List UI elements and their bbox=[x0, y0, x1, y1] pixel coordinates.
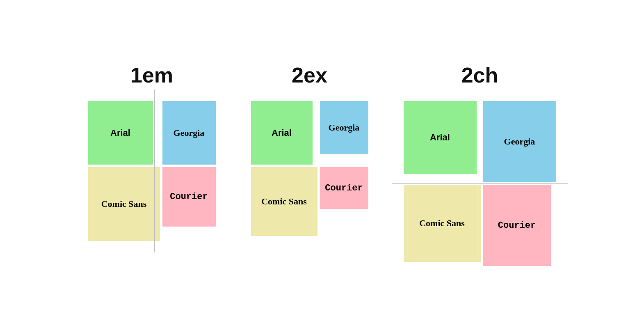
group-2ex-hline bbox=[240, 166, 380, 166]
group-2ex: 2exArialGeorgiaComic SansCourier bbox=[250, 63, 370, 237]
group-2ch-cell-label-2: Comic Sans bbox=[419, 218, 465, 229]
group-2ch-cell-comic-sans: Comic Sans bbox=[404, 185, 481, 262]
group-2ch-cell-georgia: Georgia bbox=[483, 101, 556, 182]
group-2ex-cell-arial: Arial bbox=[251, 101, 313, 165]
group-2ex-vline bbox=[314, 89, 314, 248]
group-2ex-title: 2ex bbox=[292, 63, 327, 87]
group-2ex-cell-label-0: Arial bbox=[272, 128, 292, 138]
group-1em-hline bbox=[77, 166, 227, 166]
group-1em-cell-arial: Arial bbox=[88, 101, 153, 165]
group-1em-cell-label-1: Georgia bbox=[174, 128, 205, 138]
group-2ch-cell-courier: Courier bbox=[483, 185, 551, 266]
group-1em-cell-label-3: Courier bbox=[170, 192, 208, 202]
group-1em-vline bbox=[154, 89, 155, 252]
group-2ex-cell-label-1: Georgia bbox=[329, 122, 360, 133]
group-1em-cell-label-0: Arial bbox=[110, 128, 130, 138]
group-2ch-cell-arial: Arial bbox=[404, 101, 477, 174]
group-2ex-cell-comic-sans: Comic Sans bbox=[251, 167, 317, 236]
group-1em-grid: ArialGeorgiaComic SansCourier bbox=[87, 100, 217, 242]
group-2ch-cell-label-1: Georgia bbox=[504, 136, 535, 147]
group-1em-cell-courier: Courier bbox=[162, 167, 216, 227]
group-2ex-cell-label-2: Comic Sans bbox=[261, 196, 307, 207]
group-2ch-cell-label-0: Arial bbox=[430, 132, 450, 143]
group-2ex-grid: ArialGeorgiaComic SansCourier bbox=[250, 100, 370, 237]
group-2ch: 2chArialGeorgiaComic SansCourier bbox=[402, 63, 557, 267]
group-2ch-vline bbox=[478, 89, 478, 277]
group-2ch-hline bbox=[392, 183, 568, 184]
group-2ex-cell-courier: Courier bbox=[320, 167, 368, 209]
group-2ex-cell-georgia: Georgia bbox=[320, 101, 368, 154]
group-1em-cell-georgia: Georgia bbox=[162, 101, 216, 165]
group-2ch-grid: ArialGeorgiaComic SansCourier bbox=[402, 100, 557, 267]
group-1em-title: 1em bbox=[130, 63, 173, 87]
group-2ch-cell-label-3: Courier bbox=[498, 220, 536, 231]
group-2ex-cell-label-3: Courier bbox=[325, 183, 363, 193]
group-1em-cell-comic-sans: Comic Sans bbox=[88, 167, 160, 241]
group-1em: 1emArialGeorgiaComic SansCourier bbox=[87, 63, 217, 242]
group-1em-cell-label-2: Comic Sans bbox=[101, 199, 147, 209]
group-2ch-title: 2ch bbox=[461, 63, 498, 87]
main-container: 1emArialGeorgiaComic SansCourier2exArial… bbox=[62, 46, 582, 284]
